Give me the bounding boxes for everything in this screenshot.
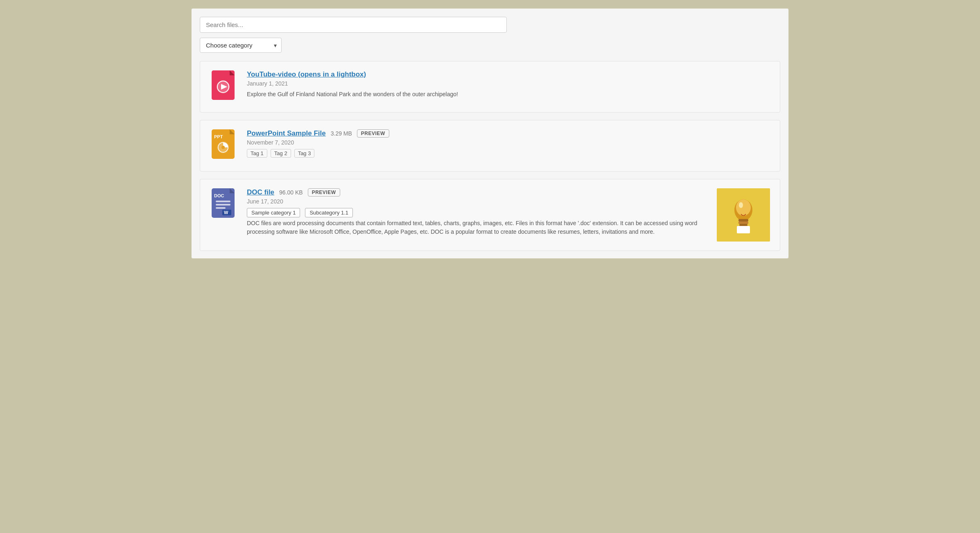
file-card-youtube: YouTube-video (opens in a lightbox) Janu… (200, 61, 780, 113)
category-tag-1: Sample category 1 (247, 208, 300, 217)
file-list: YouTube-video (opens in a lightbox) Janu… (200, 61, 780, 258)
doc-file-size: 96.00 KB (279, 189, 303, 196)
svg-point-24 (739, 202, 743, 208)
doc-thumbnail (717, 188, 770, 242)
svg-rect-18 (216, 207, 226, 209)
tag-2: Tag 2 (271, 149, 291, 158)
file-card-doc: DOC W DOC file 96.00 KB PREVIEW June 17,… (200, 179, 780, 251)
ppt-tag-list: Tag 1 Tag 2 Tag 3 (247, 149, 770, 158)
youtube-title-link[interactable]: YouTube-video (opens in a lightbox) (247, 70, 366, 79)
doc-title-row: DOC file 96.00 KB PREVIEW (247, 188, 709, 196)
youtube-date: January 1, 2021 (247, 80, 770, 87)
file-card-ppt: PPT PowerPoint Sample File 3.29 MB PREVI… (200, 120, 780, 172)
category-tag-2: Subcategory 1.1 (305, 208, 353, 217)
doc-date: June 17, 2020 (247, 198, 709, 205)
doc-title-link[interactable]: DOC file (247, 188, 274, 196)
svg-text:DOC: DOC (214, 193, 224, 198)
tag-1: Tag 1 (247, 149, 267, 158)
ppt-preview-button[interactable]: PREVIEW (357, 129, 389, 138)
doc-preview-button[interactable]: PREVIEW (308, 188, 340, 196)
search-input[interactable] (200, 17, 507, 33)
svg-rect-28 (737, 226, 750, 233)
ppt-date: November 7, 2020 (247, 139, 770, 146)
main-container: Choose categorySample category 1Sample c… (191, 8, 789, 259)
doc-file-icon: DOC W (210, 188, 239, 221)
ppt-title-row: PowerPoint Sample File 3.29 MB PREVIEW (247, 129, 770, 138)
doc-description: DOC files are word processing documents … (247, 219, 709, 236)
svg-point-12 (221, 146, 225, 149)
ppt-title-link[interactable]: PowerPoint Sample File (247, 129, 326, 138)
category-filter: Choose categorySample category 1Sample c… (200, 38, 282, 53)
svg-text:W: W (224, 210, 228, 215)
doc-category-list: Sample category 1 Subcategory 1.1 (247, 208, 709, 217)
tag-3: Tag 3 (294, 149, 315, 158)
svg-rect-26 (738, 221, 748, 224)
doc-file-info: DOC file 96.00 KB PREVIEW June 17, 2020 … (247, 188, 709, 236)
ppt-file-icon: PPT (210, 129, 239, 162)
svg-rect-25 (738, 219, 748, 221)
svg-text:PPT: PPT (214, 134, 223, 139)
ppt-file-info: PowerPoint Sample File 3.29 MB PREVIEW N… (247, 129, 770, 158)
youtube-title-row: YouTube-video (opens in a lightbox) (247, 70, 770, 79)
category-select[interactable]: Choose categorySample category 1Sample c… (200, 38, 282, 53)
svg-point-23 (736, 199, 751, 216)
youtube-description: Explore the Gulf of Finland National Par… (247, 90, 770, 99)
doc-thumbnail-image (717, 188, 770, 242)
svg-rect-17 (216, 204, 230, 206)
youtube-file-info: YouTube-video (opens in a lightbox) Janu… (247, 70, 770, 99)
youtube-file-icon (210, 70, 239, 103)
svg-rect-27 (739, 224, 747, 226)
ppt-file-size: 3.29 MB (331, 130, 352, 137)
svg-rect-16 (216, 201, 230, 202)
